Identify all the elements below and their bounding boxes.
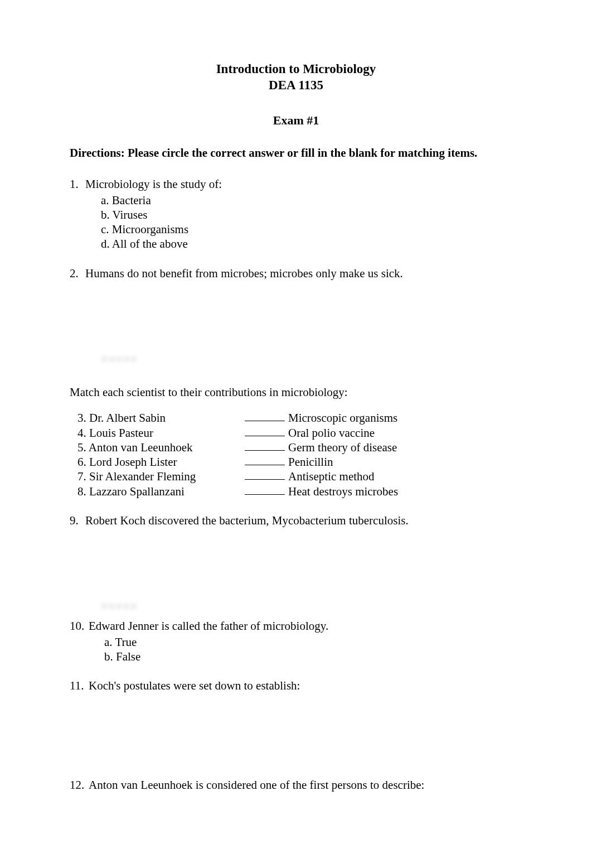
question-number: 2. (70, 266, 85, 281)
exam-number: Exam #1 (70, 113, 522, 128)
contribution-text: Microscopic organisms (288, 411, 397, 425)
fill-blank[interactable] (245, 484, 285, 495)
obscured-content: ■■■■■ (101, 599, 522, 613)
contribution-text: Heat destroys microbes (288, 484, 398, 499)
question-1-options: a. Bacteria b. Viruses c. Microorganisms… (101, 193, 522, 252)
obscured-content: ■■■■■ (101, 351, 522, 366)
question-text: Anton van Leeunhoek is considered one of… (89, 778, 522, 792)
contribution-text: Germ theory of disease (288, 440, 397, 455)
option-d: d. All of the above (101, 237, 522, 251)
question-12: 12. Anton van Leeunhoek is considered on… (70, 778, 522, 792)
question-10-options: a. True b. False (104, 635, 522, 664)
question-text: Robert Koch discovered the bacterium, My… (85, 513, 522, 528)
question-number: 1. (70, 177, 85, 191)
course-title: Introduction to Microbiology (70, 61, 522, 78)
fill-blank[interactable] (245, 411, 285, 421)
question-10: 10. Edward Jenner is called the father o… (70, 619, 522, 633)
directions-text: Directions: Please circle the correct an… (70, 146, 522, 160)
matching-instructions: Match each scientist to their contributi… (70, 385, 522, 399)
match-row: 6. Lord Joseph Lister Penicillin (77, 455, 522, 469)
scientist-name: 4. Louis Pasteur (77, 426, 245, 440)
match-row: 3. Dr. Albert Sabin Microscopic organism… (77, 411, 522, 425)
option-a: a. True (104, 635, 522, 649)
document-page: Introduction to Microbiology DEA 1135 Ex… (0, 0, 592, 868)
contribution-text: Penicillin (288, 455, 333, 469)
question-number: 11. (70, 678, 89, 693)
option-b: b. Viruses (101, 208, 522, 222)
scientist-name: 3. Dr. Albert Sabin (77, 411, 245, 425)
fill-blank[interactable] (245, 469, 285, 480)
question-text: Microbiology is the study of: (85, 177, 522, 191)
option-a: a. Bacteria (101, 193, 522, 208)
question-1: 1. Microbiology is the study of: (70, 177, 522, 191)
option-c: c. Microorganisms (101, 222, 522, 237)
contribution-text: Antiseptic method (288, 469, 375, 484)
question-number: 9. (70, 513, 85, 528)
fill-blank[interactable] (245, 426, 285, 436)
question-number: 12. (70, 778, 89, 792)
course-code: DEA 1135 (70, 78, 522, 94)
question-9: 9. Robert Koch discovered the bacterium,… (70, 513, 522, 528)
match-row: 5. Anton van Leeunhoek Germ theory of di… (77, 440, 522, 455)
question-number: 10. (70, 619, 89, 633)
option-b: b. False (104, 649, 522, 664)
question-text: Humans do not benefit from microbes; mic… (85, 266, 522, 281)
scientist-name: 7. Sir Alexander Fleming (77, 469, 245, 484)
fill-blank[interactable] (245, 440, 285, 451)
match-row: 4. Louis Pasteur Oral polio vaccine (77, 426, 522, 440)
matching-table: 3. Dr. Albert Sabin Microscopic organism… (77, 411, 522, 499)
fill-blank[interactable] (245, 455, 285, 465)
contribution-text: Oral polio vaccine (288, 426, 375, 440)
question-11: 11. Koch's postulates were set down to e… (70, 678, 522, 693)
match-row: 7. Sir Alexander Fleming Antiseptic meth… (77, 469, 522, 484)
question-text: Koch's postulates were set down to estab… (89, 678, 522, 693)
scientist-name: 5. Anton van Leeunhoek (77, 440, 245, 455)
scientist-name: 8. Lazzaro Spallanzani (77, 484, 245, 499)
question-text: Edward Jenner is called the father of mi… (89, 619, 522, 633)
scientist-name: 6. Lord Joseph Lister (77, 455, 245, 469)
match-row: 8. Lazzaro Spallanzani Heat destroys mic… (77, 484, 522, 499)
question-2: 2. Humans do not benefit from microbes; … (70, 266, 522, 281)
